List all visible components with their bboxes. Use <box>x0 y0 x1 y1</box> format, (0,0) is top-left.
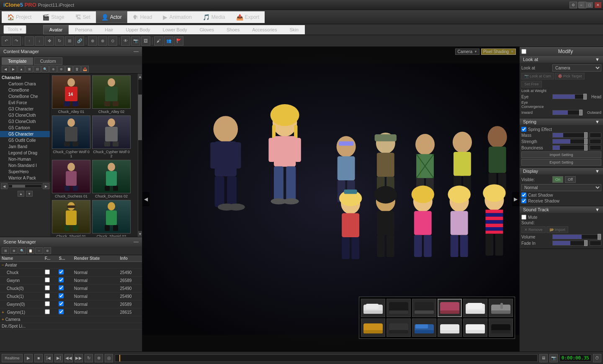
minimize-btn[interactable]: − <box>578 2 585 8</box>
tab-avatar[interactable]: Avatar <box>43 25 69 34</box>
strength-slider[interactable] <box>552 139 588 144</box>
table-row[interactable]: + Gwynn(1) Normal 28615 <box>0 308 142 316</box>
table-row[interactable]: Gwynn(0) Normal 26589 <box>0 300 142 308</box>
chuck0-s-check[interactable] <box>59 285 64 290</box>
nav-head[interactable]: 🗣 Head <box>127 11 158 23</box>
loop-btn[interactable]: ↻ <box>85 354 93 362</box>
tab-gloves[interactable]: Gloves <box>193 25 220 34</box>
scene-manager-collapse-btn[interactable]: — <box>134 239 139 245</box>
ct-btn-7[interactable]: ⊕ <box>49 66 57 72</box>
gwynn-s-check[interactable] <box>59 277 64 282</box>
right-panel-check[interactable] <box>521 49 526 54</box>
ct-btn-9[interactable]: 📋 <box>65 66 73 72</box>
grid-item-chuck-duchess-01[interactable]: Chuck_Duchess 01 <box>52 160 90 198</box>
tab-skin[interactable]: Skin <box>283 25 304 34</box>
grid-item-chuck-alley-02[interactable]: Chuck_Alley 02 <box>92 75 131 114</box>
move-down-btn[interactable]: ↓ <box>35 36 44 46</box>
tab-hair[interactable]: Hair <box>98 25 119 34</box>
shoe-item-7[interactable] <box>361 318 385 337</box>
move-up-btn[interactable]: ↑ <box>25 36 34 46</box>
flag-btn[interactable]: 🚩 <box>174 36 183 46</box>
paint-btn[interactable]: 🖌 <box>154 36 163 46</box>
gwynn-f-check[interactable] <box>45 277 50 282</box>
nav-animation[interactable]: ▶ Animation <box>157 11 197 23</box>
scene-tb-2[interactable]: ⊕ <box>10 247 18 254</box>
shoe-item-1[interactable] <box>361 299 385 317</box>
render-mode-dropdown[interactable]: Normal <box>521 184 601 191</box>
import-setting-btn[interactable]: Import Setting <box>521 151 601 158</box>
mass-input[interactable] <box>590 133 601 138</box>
shoe-item-8[interactable] <box>387 318 411 337</box>
chuck-f-check[interactable] <box>45 269 50 274</box>
timeline-track[interactable] <box>115 354 538 362</box>
ct-btn-11[interactable]: 📥 <box>81 66 89 72</box>
tab-lower-body[interactable]: Lower Body <box>157 25 193 34</box>
table-row[interactable]: Dir./Spot Li... <box>0 323 142 330</box>
volume-slider[interactable] <box>552 234 601 239</box>
tools-btn[interactable]: Tools ▾ <box>3 25 26 34</box>
spring-effect-check[interactable] <box>521 127 526 132</box>
grid-item-chuck-cypher-01[interactable]: Chuck_Cypher Wolf 01 <box>52 115 90 158</box>
tree-g5-character[interactable]: G5 Character <box>0 131 50 137</box>
grid-item-chuck-shygirl-01[interactable]: Chuck_Shygirl 01 <box>52 200 90 237</box>
tree-g3-character[interactable]: G3 Character <box>0 106 50 112</box>
scene-tb-4[interactable]: 📋 <box>27 247 34 254</box>
pick-target-btn[interactable]: 🎯 Pick Target <box>555 73 585 79</box>
look-at-dropdown[interactable]: Camera <box>552 64 601 72</box>
content-vertical-scroll[interactable]: ▲ ▼ <box>138 74 142 237</box>
tree-g3-clonecloth[interactable]: G3 CloneCloth <box>0 112 50 118</box>
template-tab[interactable]: Template <box>2 57 33 65</box>
set-free-btn[interactable]: Set Free <box>521 81 542 87</box>
ct-btn-5[interactable]: ⊟ <box>34 66 41 72</box>
mute-check[interactable] <box>521 215 526 220</box>
tree-clonebone[interactable]: CloneBone <box>0 87 50 93</box>
table-row[interactable]: Chuck(1) Normal 25490 <box>0 292 142 300</box>
view-btn[interactable]: 👁 <box>121 36 130 46</box>
fade-in-value[interactable]: 50 <box>590 241 601 246</box>
cam-btn[interactable]: 📷 <box>549 354 558 362</box>
time-settings-btn[interactable]: ⏱ <box>593 354 601 362</box>
tab-upper-body[interactable]: Upper Body <box>120 25 157 34</box>
timeline-btn-extra[interactable]: ◎ <box>105 354 113 362</box>
grid-item-chuck-duchess-02[interactable]: Chuck_Duchess 02 <box>92 160 131 198</box>
tree-left-btn[interactable]: ◀ <box>1 183 8 189</box>
tree-cartoon-chara[interactable]: Cartoon Chara <box>0 81 50 87</box>
gwynn0-s-check[interactable] <box>59 301 64 306</box>
tree-right-btn[interactable]: ▶ <box>43 183 49 189</box>
shoe-item-12[interactable] <box>489 318 513 337</box>
gwynn0-f-check[interactable] <box>45 301 50 306</box>
scale-btn[interactable]: ⊞ <box>65 36 74 46</box>
settings-icon-btn[interactable]: ⚙ <box>570 2 577 8</box>
tree-jam-band[interactable]: Jam Band <box>0 144 50 150</box>
multi-select-btn[interactable]: ⊗ <box>98 36 107 46</box>
ct-btn-10[interactable]: 🗑 <box>73 66 81 72</box>
bounciness-slider[interactable] <box>552 145 588 150</box>
import-sound-btn[interactable]: 📂 Import <box>546 226 569 233</box>
redo-btn[interactable]: ↷ <box>12 36 21 46</box>
mass-slider[interactable] <box>552 133 588 138</box>
next-frame-btn[interactable]: ▶| <box>54 354 63 362</box>
tree-non-human[interactable]: Non-Human <box>0 156 50 162</box>
grid-item-chuck-alley-01[interactable]: 14 Chuck_Alley 01 <box>52 75 90 114</box>
table-row[interactable]: + Camera <box>0 316 142 323</box>
ct-btn-2[interactable]: ▶ <box>10 66 17 72</box>
chuck1-f-check[interactable] <box>45 293 50 298</box>
shoe-item-10[interactable] <box>438 318 462 337</box>
tree-superhero[interactable]: SuperHero <box>0 169 50 175</box>
nav-media[interactable]: 🎵 Media <box>197 11 231 23</box>
tab-persona[interactable]: Persona <box>69 25 98 34</box>
scene-tb-5[interactable]: ↔ <box>35 247 43 254</box>
tree-character[interactable]: Character <box>0 74 50 81</box>
content-manager-collapse-btn[interactable]: — <box>134 49 139 54</box>
tree-non-standard[interactable]: Non-Standard I <box>0 162 50 169</box>
tree-g5-cartoon[interactable]: G5 Cartoon <box>0 125 50 131</box>
tree-g3-clonecloth2[interactable]: G3 CloneCloth <box>0 118 50 125</box>
gwynn1-f-check[interactable] <box>45 309 50 314</box>
scene-tb-3[interactable]: 🔍 <box>18 247 26 254</box>
tree-up-btn[interactable]: ▲ <box>18 191 24 197</box>
eye-slider[interactable] <box>552 94 587 99</box>
grid-item-chuck-shygirl-02[interactable]: Chuck_Shygirl 02 <box>92 200 131 237</box>
shading-dropdown[interactable]: Pixel Shading ▼ <box>481 49 516 55</box>
nav-stage[interactable]: 🎬 Stage <box>37 11 70 23</box>
table-row[interactable]: − Avatar <box>0 262 142 269</box>
